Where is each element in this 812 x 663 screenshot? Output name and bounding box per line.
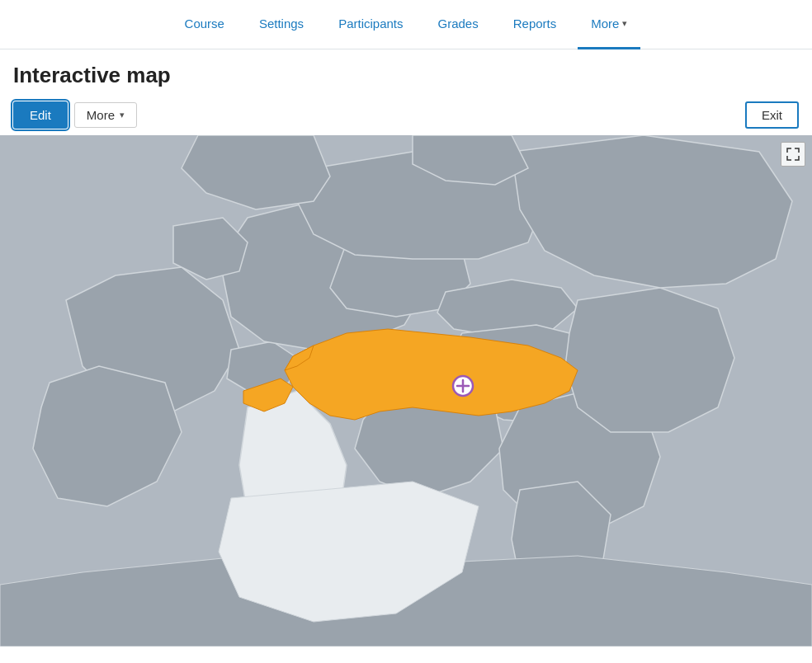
chevron-down-icon: ▾ xyxy=(120,110,125,120)
map-svg xyxy=(0,135,812,647)
nav-item-reports[interactable]: Reports xyxy=(500,0,570,49)
more-button[interactable]: More ▾ xyxy=(74,102,137,128)
top-nav: Course Settings Participants Grades Repo… xyxy=(0,0,812,49)
nav-item-more[interactable]: More ▾ xyxy=(578,0,640,49)
nav-item-course[interactable]: Course xyxy=(172,0,238,49)
edit-button[interactable]: Edit xyxy=(13,101,68,129)
exit-button[interactable]: Exit xyxy=(745,101,799,129)
page-header: Interactive map xyxy=(0,49,812,95)
toolbar: Edit More ▾ Exit xyxy=(0,95,812,135)
nav-item-grades[interactable]: Grades xyxy=(425,0,492,49)
page-title: Interactive map xyxy=(13,63,799,88)
fullscreen-button[interactable] xyxy=(781,142,805,167)
map-container xyxy=(0,135,812,647)
nav-item-participants[interactable]: Participants xyxy=(325,0,416,49)
chevron-down-icon: ▾ xyxy=(622,18,627,29)
nav-item-settings[interactable]: Settings xyxy=(246,0,317,49)
map-marker[interactable] xyxy=(451,374,474,397)
